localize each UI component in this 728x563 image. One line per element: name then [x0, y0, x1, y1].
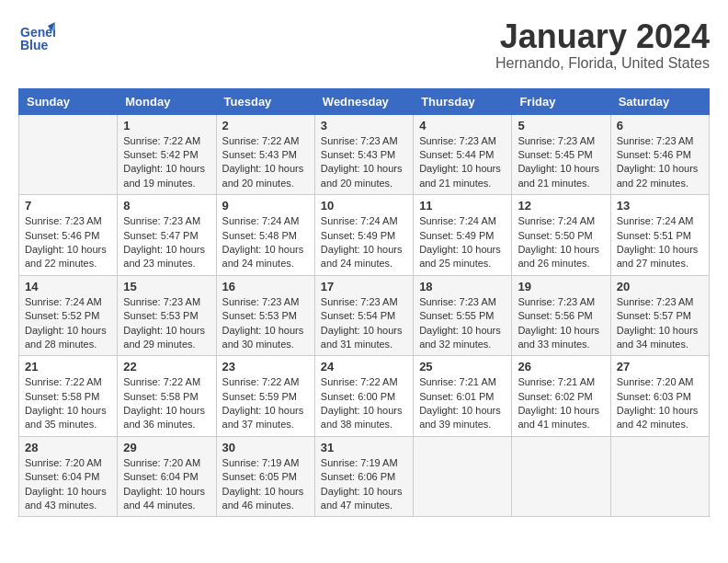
day-number: 8 — [123, 199, 210, 213]
day-number: 3 — [321, 119, 407, 132]
day-number: 26 — [518, 360, 604, 373]
calendar-day-cell: 6Sunrise: 7:23 AM Sunset: 5:46 PM Daylig… — [610, 114, 709, 195]
day-info: Sunrise: 7:24 AM Sunset: 5:48 PM Dayligh… — [222, 214, 309, 271]
calendar-day-cell: 4Sunrise: 7:23 AM Sunset: 5:44 PM Daylig… — [414, 114, 512, 195]
day-number: 31 — [321, 441, 407, 454]
day-number: 10 — [321, 199, 407, 213]
location-subtitle: Hernando, Florida, United States — [495, 55, 710, 72]
day-info: Sunrise: 7:20 AM Sunset: 6:03 PM Dayligh… — [617, 375, 703, 432]
day-number: 22 — [123, 360, 210, 373]
calendar-week-row: 28Sunrise: 7:20 AM Sunset: 6:04 PM Dayli… — [19, 436, 710, 517]
day-number: 23 — [222, 360, 309, 373]
calendar-day-cell: 26Sunrise: 7:21 AM Sunset: 6:02 PM Dayli… — [512, 356, 610, 437]
calendar-day-cell: 5Sunrise: 7:23 AM Sunset: 5:45 PM Daylig… — [512, 114, 610, 195]
calendar-day-cell: 10Sunrise: 7:24 AM Sunset: 5:49 PM Dayli… — [314, 195, 413, 276]
day-number: 28 — [25, 441, 111, 454]
day-info: Sunrise: 7:20 AM Sunset: 6:04 PM Dayligh… — [25, 456, 111, 513]
day-number: 18 — [419, 280, 506, 293]
day-number: 5 — [518, 119, 604, 132]
day-info: Sunrise: 7:22 AM Sunset: 5:59 PM Dayligh… — [222, 375, 309, 432]
calendar-day-cell: 12Sunrise: 7:24 AM Sunset: 5:50 PM Dayli… — [512, 195, 610, 276]
day-info: Sunrise: 7:22 AM Sunset: 5:42 PM Dayligh… — [123, 134, 210, 191]
day-info: Sunrise: 7:23 AM Sunset: 5:47 PM Dayligh… — [123, 214, 210, 271]
calendar-day-cell: 15Sunrise: 7:23 AM Sunset: 5:53 PM Dayli… — [118, 275, 216, 356]
calendar-day-cell: 21Sunrise: 7:22 AM Sunset: 5:58 PM Dayli… — [19, 356, 118, 437]
day-info: Sunrise: 7:22 AM Sunset: 5:58 PM Dayligh… — [123, 375, 210, 432]
calendar-day-cell: 29Sunrise: 7:20 AM Sunset: 6:04 PM Dayli… — [118, 436, 216, 517]
day-number: 11 — [419, 199, 506, 213]
calendar-day-cell: 16Sunrise: 7:23 AM Sunset: 5:53 PM Dayli… — [216, 275, 314, 356]
day-number: 24 — [321, 360, 407, 373]
svg-text:Blue: Blue — [20, 38, 49, 52]
calendar-header: January 2024 Hernando, Florida, United S… — [495, 18, 710, 72]
day-info: Sunrise: 7:22 AM Sunset: 5:43 PM Dayligh… — [222, 134, 309, 191]
calendar-day-cell: 14Sunrise: 7:24 AM Sunset: 5:52 PM Dayli… — [19, 275, 118, 356]
day-info: Sunrise: 7:20 AM Sunset: 6:04 PM Dayligh… — [123, 456, 210, 513]
calendar-week-row: 14Sunrise: 7:24 AM Sunset: 5:52 PM Dayli… — [19, 275, 710, 356]
day-info: Sunrise: 7:23 AM Sunset: 5:55 PM Dayligh… — [419, 295, 506, 352]
day-info: Sunrise: 7:23 AM Sunset: 5:46 PM Dayligh… — [617, 134, 703, 191]
calendar-day-cell: 7Sunrise: 7:23 AM Sunset: 5:46 PM Daylig… — [19, 195, 118, 276]
day-info: Sunrise: 7:23 AM Sunset: 5:46 PM Dayligh… — [25, 214, 111, 271]
day-number: 20 — [617, 280, 703, 293]
day-number: 7 — [25, 199, 111, 213]
day-of-week-header: Monday — [118, 88, 216, 114]
day-number: 21 — [25, 360, 111, 373]
day-number: 1 — [123, 119, 210, 132]
day-info: Sunrise: 7:23 AM Sunset: 5:54 PM Dayligh… — [321, 295, 407, 352]
day-info: Sunrise: 7:23 AM Sunset: 5:44 PM Dayligh… — [419, 134, 506, 191]
calendar-day-cell — [512, 436, 610, 517]
day-number: 27 — [617, 360, 703, 373]
day-info: Sunrise: 7:19 AM Sunset: 6:05 PM Dayligh… — [222, 456, 309, 513]
logo: General Blue — [18, 18, 59, 59]
day-info: Sunrise: 7:23 AM Sunset: 5:56 PM Dayligh… — [518, 295, 604, 352]
calendar-week-row: 1Sunrise: 7:22 AM Sunset: 5:42 PM Daylig… — [19, 114, 710, 195]
calendar-day-cell: 2Sunrise: 7:22 AM Sunset: 5:43 PM Daylig… — [216, 114, 314, 195]
day-info: Sunrise: 7:24 AM Sunset: 5:49 PM Dayligh… — [419, 214, 506, 271]
day-number: 15 — [123, 280, 210, 293]
day-info: Sunrise: 7:23 AM Sunset: 5:53 PM Dayligh… — [222, 295, 309, 352]
calendar-day-cell: 9Sunrise: 7:24 AM Sunset: 5:48 PM Daylig… — [216, 195, 314, 276]
day-info: Sunrise: 7:22 AM Sunset: 6:00 PM Dayligh… — [321, 375, 407, 432]
calendar-day-cell — [610, 436, 709, 517]
day-of-week-header: Thursday — [414, 88, 512, 114]
day-of-week-header: Tuesday — [216, 88, 314, 114]
day-number: 19 — [518, 280, 604, 293]
day-number: 9 — [222, 199, 309, 213]
day-number: 6 — [617, 119, 703, 132]
calendar-day-cell: 3Sunrise: 7:23 AM Sunset: 5:43 PM Daylig… — [314, 114, 413, 195]
calendar-day-cell: 28Sunrise: 7:20 AM Sunset: 6:04 PM Dayli… — [19, 436, 118, 517]
day-info: Sunrise: 7:24 AM Sunset: 5:50 PM Dayligh… — [518, 214, 604, 271]
day-info: Sunrise: 7:24 AM Sunset: 5:49 PM Dayligh… — [321, 214, 407, 271]
calendar-day-cell: 22Sunrise: 7:22 AM Sunset: 5:58 PM Dayli… — [118, 356, 216, 437]
day-of-week-header: Friday — [512, 88, 610, 114]
day-of-week-header: Saturday — [610, 88, 709, 114]
calendar-week-row: 21Sunrise: 7:22 AM Sunset: 5:58 PM Dayli… — [19, 356, 710, 437]
calendar-day-cell: 23Sunrise: 7:22 AM Sunset: 5:59 PM Dayli… — [216, 356, 314, 437]
logo-icon: General Blue — [18, 18, 55, 59]
day-info: Sunrise: 7:21 AM Sunset: 6:02 PM Dayligh… — [518, 375, 604, 432]
calendar-day-cell: 8Sunrise: 7:23 AM Sunset: 5:47 PM Daylig… — [118, 195, 216, 276]
day-number: 16 — [222, 280, 309, 293]
calendar-day-cell: 20Sunrise: 7:23 AM Sunset: 5:57 PM Dayli… — [610, 275, 709, 356]
calendar-day-cell — [414, 436, 512, 517]
day-info: Sunrise: 7:24 AM Sunset: 5:51 PM Dayligh… — [617, 214, 703, 271]
calendar-day-cell: 13Sunrise: 7:24 AM Sunset: 5:51 PM Dayli… — [610, 195, 709, 276]
day-info: Sunrise: 7:19 AM Sunset: 6:06 PM Dayligh… — [321, 456, 407, 513]
day-info: Sunrise: 7:23 AM Sunset: 5:57 PM Dayligh… — [617, 295, 703, 352]
calendar-day-cell: 30Sunrise: 7:19 AM Sunset: 6:05 PM Dayli… — [216, 436, 314, 517]
calendar-day-cell: 18Sunrise: 7:23 AM Sunset: 5:55 PM Dayli… — [414, 275, 512, 356]
day-number: 25 — [419, 360, 506, 373]
page-header: General Blue January 2024 Hernando, Flor… — [18, 18, 710, 79]
calendar-day-cell: 24Sunrise: 7:22 AM Sunset: 6:00 PM Dayli… — [314, 356, 413, 437]
day-info: Sunrise: 7:21 AM Sunset: 6:01 PM Dayligh… — [419, 375, 506, 432]
day-number: 4 — [419, 119, 506, 132]
day-info: Sunrise: 7:23 AM Sunset: 5:45 PM Dayligh… — [518, 134, 604, 191]
day-number: 14 — [25, 280, 111, 293]
day-number: 30 — [222, 441, 309, 454]
day-number: 29 — [123, 441, 210, 454]
calendar-day-cell — [19, 114, 118, 195]
day-info: Sunrise: 7:23 AM Sunset: 5:53 PM Dayligh… — [123, 295, 210, 352]
calendar-day-cell: 11Sunrise: 7:24 AM Sunset: 5:49 PM Dayli… — [414, 195, 512, 276]
calendar-day-cell: 31Sunrise: 7:19 AM Sunset: 6:06 PM Dayli… — [314, 436, 413, 517]
